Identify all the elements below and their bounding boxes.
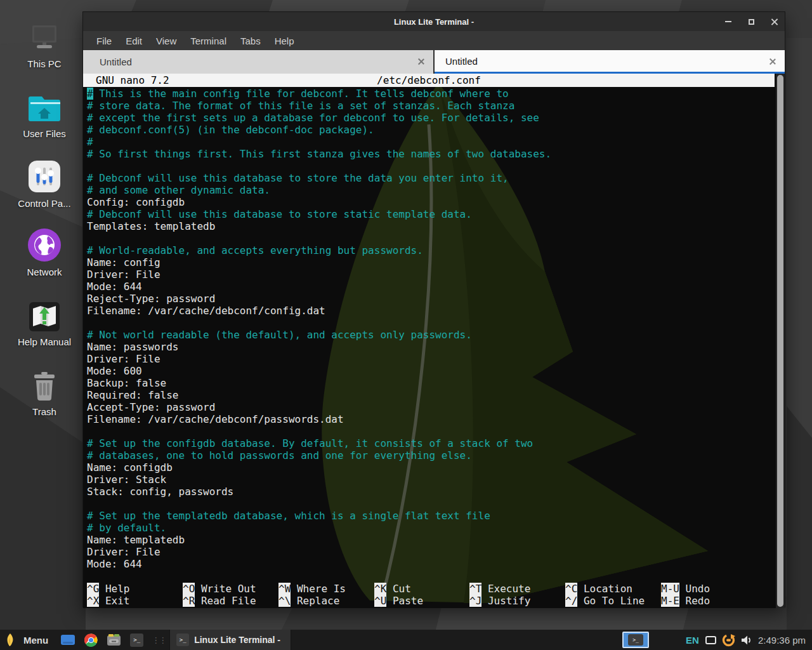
editor-line: Mode: 600	[87, 365, 775, 377]
maximize-button[interactable]	[747, 17, 756, 26]
tab-label: Untitled	[100, 56, 132, 67]
desktop-icon-label: This PC	[27, 58, 61, 69]
nano-shortcut-go-to-line: ^/ Go To Line	[565, 595, 645, 607]
nano-shortcut-undo: M-U Undo	[661, 583, 710, 595]
desktop: This PC User Files	[0, 0, 812, 650]
editor-line: Name: templatedb	[87, 534, 775, 546]
menu-item-view[interactable]: View	[149, 36, 183, 46]
editor-line: # World-readable, and accepts everything…	[87, 244, 775, 256]
desktop-icon-trash[interactable]: Trash	[0, 366, 89, 417]
display-settings-icon[interactable]	[705, 636, 716, 644]
nano-shortcut-justify: ^J Justify	[469, 595, 530, 607]
editor-line: # and some other dynamic data.	[87, 184, 775, 196]
editor-line: # Set up the configdb database. By defau…	[87, 437, 775, 449]
editor-line: #	[87, 136, 775, 148]
editor-line: # except the first sets up a database fo…	[87, 112, 775, 124]
tab-close-icon[interactable]	[417, 58, 424, 65]
scrollbar-thumb[interactable]	[777, 75, 783, 607]
keyboard-layout-indicator[interactable]: EN	[686, 635, 699, 646]
menu-item-tabs[interactable]: Tabs	[233, 36, 268, 46]
editor-line: Name: configdb	[87, 461, 775, 474]
minimize-button[interactable]	[724, 17, 733, 26]
editor-line: # debconf.conf(5) (in the debconf-doc pa…	[87, 124, 775, 136]
desktop-icon-label: Help Manual	[18, 336, 71, 347]
menu-label[interactable]: Menu	[23, 635, 48, 646]
terminal-scrollbar[interactable]	[776, 74, 785, 608]
desktop-icon-this-pc[interactable]: This PC	[0, 18, 89, 69]
editor-line: Stack: config, passwords	[87, 486, 775, 498]
window-title: Linux Lite Terminal -	[394, 17, 474, 27]
desktop-icon-label: User Files	[23, 128, 66, 139]
show-desktop-icon[interactable]	[60, 634, 75, 646]
nano-filename: /etc/debconf.conf	[83, 74, 775, 86]
desktop-icon-label: Network	[27, 267, 62, 277]
menu-item-edit[interactable]: Edit	[119, 36, 149, 46]
nano-shortcut-cut: ^K Cut	[374, 583, 411, 595]
clock[interactable]: 2:49:36 pm	[758, 635, 806, 646]
terminal-icon: >_	[628, 634, 643, 646]
menu-item-terminal[interactable]: Terminal	[183, 36, 233, 46]
menu-item-file[interactable]: File	[89, 36, 119, 46]
desktop-icon-network[interactable]: Network	[0, 226, 89, 277]
nano-shortcut-location: ^C Location	[565, 583, 632, 595]
nano-shortcut-help: ^G Help	[87, 583, 129, 595]
start-menu-button[interactable]	[5, 633, 15, 647]
editor-lines: # This is the main config file for debco…	[87, 88, 775, 570]
nano-shortcut-execute: ^T Execute	[469, 583, 530, 595]
editor-line: # Debconf will use this database to stor…	[87, 172, 775, 184]
nano-shortcut-exit: ^X Exit	[87, 595, 129, 607]
tab-label: Untitled	[445, 56, 478, 67]
desktop-icon-control-panel[interactable]: Control Pa...	[0, 157, 89, 209]
desktop-icon-user-files[interactable]: User Files	[0, 88, 89, 139]
editor-line	[87, 317, 775, 329]
editor-line: Reject-Type: password	[87, 293, 775, 305]
editor-line: Templates: templatedb	[87, 220, 775, 232]
tray-terminal-icon[interactable]: >_	[622, 632, 649, 648]
task-button-label: Linux Lite Terminal -	[194, 635, 280, 645]
editor-line: Mode: 644	[87, 558, 775, 570]
desktop-icon-label: Trash	[32, 406, 56, 417]
editor-line: # store data. The format of this file is…	[87, 100, 775, 112]
update-manager-icon[interactable]	[722, 633, 735, 647]
nano-titlebar: /etc/debconf.conf GNU nano 7.2	[83, 74, 775, 87]
close-button[interactable]	[769, 17, 778, 26]
tab-untitled-1[interactable]: Untitled	[83, 50, 433, 74]
taskbar-task-button[interactable]: >_ Linux Lite Terminal -	[169, 630, 291, 650]
tab-bar: Untitled Untitled	[83, 50, 785, 74]
editor-line: Required: false	[87, 389, 775, 401]
editor-line: Accept-Type: password	[87, 401, 775, 413]
editor-line: Driver: File	[87, 546, 775, 558]
nano-shortcuts: ^G Help^O Write Out^W Where Is^K Cut^T E…	[87, 583, 775, 607]
volume-icon[interactable]	[741, 635, 753, 646]
editor-line: # by default.	[87, 522, 775, 534]
nano-shortcut-read-file: ^R Read File	[183, 595, 256, 607]
editor-line: Filename: /var/cache/debconf/config.dat	[87, 305, 775, 317]
editor-line: Driver: Stack	[87, 474, 775, 486]
tab-untitled-2[interactable]: Untitled	[435, 50, 785, 74]
editor-line: # databases, one to hold passwords and o…	[87, 449, 775, 461]
editor-line	[87, 498, 775, 510]
terminal-launcher-icon[interactable]: >_	[130, 633, 143, 647]
editor-line: # Set up the templatedb database, which …	[87, 510, 775, 522]
editor-line: Mode: 644	[87, 281, 775, 293]
editor-line: Backup: false	[87, 377, 775, 389]
editor-line: Config: configdb	[87, 196, 775, 208]
taskbar: Menu	[0, 630, 812, 650]
tab-close-icon[interactable]	[769, 58, 776, 65]
nano-shortcut-replace: ^\ Replace	[278, 595, 339, 607]
editor-line	[87, 232, 775, 244]
panel-separator: ⋮⋮	[152, 635, 166, 645]
editor-line: Name: config	[87, 256, 775, 269]
home-folder-icon	[25, 88, 63, 124]
menu-item-help[interactable]: Help	[268, 36, 301, 46]
editor-line: # This is the main config file for debco…	[87, 88, 775, 100]
chrome-icon[interactable]	[84, 633, 98, 647]
desktop-icon-help-manual[interactable]: Help Manual	[0, 296, 89, 347]
nano-shortcut-paste: ^U Paste	[374, 595, 423, 607]
editor-line: # Not world readable (the default), and …	[87, 329, 775, 341]
window-titlebar[interactable]: Linux Lite Terminal -	[83, 12, 785, 31]
linux-lite-logo-icon	[5, 633, 15, 647]
nano-shortcut-redo: M-E Redo	[661, 595, 710, 607]
terminal-screen[interactable]: /etc/debconf.conf GNU nano 7.2 # This is…	[83, 74, 785, 608]
file-manager-icon[interactable]	[107, 634, 121, 646]
